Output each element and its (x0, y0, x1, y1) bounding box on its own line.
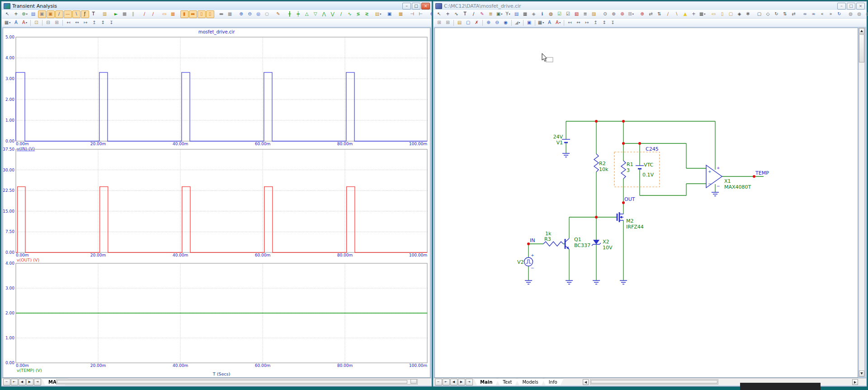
cross-button[interactable]: + (690, 10, 698, 18)
r3-name-label[interactable]: R3 (544, 236, 551, 242)
find-button[interactable]: ∞ (801, 10, 809, 18)
pan-button[interactable]: + (444, 10, 452, 18)
title-bar[interactable]: C:\MC12\DATA\mosfet_drive.cir – □ × (434, 2, 866, 10)
warn-button[interactable]: ▲ (681, 10, 689, 18)
vertical-scrollbar[interactable] (859, 28, 865, 377)
grid-button[interactable]: ▦▾ (698, 10, 707, 18)
text-button[interactable]: T (90, 10, 98, 18)
folder-button[interactable]: ▤ (456, 19, 464, 27)
erase-button[interactable]: ◢▾ (514, 19, 522, 27)
find-file-button[interactable]: ∞ (810, 10, 818, 18)
scrollbar-thumb[interactable] (591, 380, 717, 384)
font-button[interactable]: A (546, 19, 554, 27)
zoom-out-button[interactable]: ⊖ (493, 19, 501, 27)
top-button[interactable]: ⋀ (320, 10, 328, 18)
sel-ell-button[interactable]: ◇ (764, 10, 772, 18)
align-middle-button[interactable]: ↕ (600, 19, 609, 27)
slope-button[interactable]: ∕ (337, 10, 345, 18)
frame-grid-button[interactable]: ▦ (169, 10, 177, 18)
plot-canvas[interactable]: 5.004.003.002.001.000.000.00m20.00m40.00… (3, 28, 431, 379)
annotate-button[interactable]: ⊚▾ (21, 10, 29, 18)
flip-v-button[interactable]: ⇅ (781, 10, 789, 18)
valley-button[interactable]: ▽ (311, 10, 320, 18)
page-button[interactable]: ▢ (727, 10, 735, 18)
trace-label[interactable]: v(OUT) (V) (17, 257, 39, 262)
stack-button[interactable]: ⊞▾ (627, 10, 635, 18)
align-center-button[interactable]: ↔ (73, 19, 81, 27)
scroll-down-button[interactable] (859, 371, 864, 376)
align-middle-button[interactable]: ↕ (99, 19, 107, 27)
photo-bw-button[interactable]: ▣ (38, 10, 46, 18)
v1-name-label[interactable]: V1 (556, 140, 563, 146)
hscroll-left-button[interactable] (583, 379, 589, 385)
cond-arrows-button[interactable]: ⇅ (656, 10, 664, 18)
x2-name-label[interactable]: X2 (603, 239, 609, 245)
node-n-button[interactable]: ⊙ (601, 10, 609, 18)
span-b-button[interactable]: ≷ (363, 10, 371, 18)
vtc-value-label[interactable]: 0.1V (642, 172, 654, 178)
pin-button[interactable]: Y▾ (504, 10, 512, 18)
paste-b-button[interactable]: ⊞ (444, 19, 452, 27)
help-b-button[interactable]: ◍ (855, 10, 863, 18)
wire-net[interactable] (528, 121, 764, 281)
minimize-button[interactable]: – (402, 3, 411, 10)
tab-scroll-button-4[interactable]: ⇥ (466, 379, 473, 385)
tab-scroll-button-1[interactable]: ⇤ (443, 379, 450, 385)
display-button[interactable]: ▣ (386, 10, 394, 18)
vtc-name-label[interactable]: VTC (644, 162, 654, 168)
pic-button[interactable]: ⊡ (33, 19, 41, 27)
copy-b-button[interactable]: ⊞ (53, 19, 61, 27)
align-center-button[interactable]: ↔ (575, 19, 583, 27)
horizontal-scrollbar[interactable] (590, 379, 718, 385)
ground-symbols[interactable] (525, 153, 719, 284)
paste-a-button[interactable]: ⊞ (435, 19, 443, 27)
info-button[interactable]: ℹ (538, 10, 547, 18)
zoom-box-button[interactable]: ◎ (255, 10, 263, 18)
v1-value-label[interactable]: 24V (553, 134, 563, 140)
slope-b-button[interactable]: ∖ (673, 10, 681, 18)
list-button[interactable]: ≣ (581, 10, 590, 18)
bus-button[interactable]: ≣ (487, 10, 495, 18)
cursor-b-button[interactable]: ┿ (294, 10, 302, 18)
doc-button[interactable]: ▤ (513, 10, 521, 18)
sel-box-button[interactable]: ▢ (755, 10, 764, 18)
align-bottom-button[interactable]: ↧ (609, 19, 617, 27)
graphics-button[interactable]: ✎ (478, 10, 486, 18)
help-a-button[interactable]: ◍ (847, 10, 855, 18)
zoom-in-button[interactable]: ⊕ (485, 19, 493, 27)
v1-battery-symbol[interactable] (562, 139, 570, 143)
panel-b-button[interactable]: ▬ (189, 10, 197, 18)
tab-scroll-button-1[interactable]: ⇤ (11, 379, 18, 385)
panel-d-button[interactable]: ▯ (206, 10, 214, 18)
line-button[interactable]: ∕ (470, 10, 478, 18)
meter-button[interactable]: ◍ (547, 10, 555, 18)
node-i-button[interactable]: ⊛ (618, 10, 627, 18)
led-button[interactable]: ☑ (556, 10, 564, 18)
r1-resistor-symbol[interactable] (621, 161, 626, 179)
del-doc-button[interactable]: ✗ (473, 19, 481, 27)
align-top-button[interactable]: ↥ (90, 19, 99, 27)
close-button[interactable]: × (856, 3, 865, 10)
grid-dd-button[interactable]: ▦▾ (537, 19, 545, 27)
panel-c-button[interactable]: ▯ (198, 10, 206, 18)
photo-color-button[interactable]: ▣ (47, 10, 55, 18)
q1-name-label[interactable]: Q1 (574, 237, 581, 243)
fx-button[interactable]: ƒ (81, 10, 89, 18)
next-button[interactable]: » (827, 10, 835, 18)
help-c-button[interactable]: ◍ (864, 10, 868, 18)
temp-node-label[interactable]: TEMP (755, 170, 769, 176)
chart-r-button[interactable]: ▧ (573, 10, 581, 18)
copy-a-button[interactable]: ⊟ (44, 19, 52, 27)
trace-vinv[interactable] (16, 72, 427, 141)
trace-label[interactable]: v(IN) (V) (17, 146, 35, 151)
slope-a-button[interactable]: ∕ (664, 10, 672, 18)
nav-button[interactable]: ◈ (736, 10, 744, 18)
panel-a-button[interactable]: ▮ (180, 10, 189, 18)
sheet-button[interactable]: ▯ (718, 10, 726, 18)
curve-flat-button[interactable]: — (64, 10, 72, 18)
select-button[interactable]: ↖ (435, 10, 443, 18)
c245-name-label[interactable]: C245 (646, 146, 659, 152)
r1-value-label[interactable]: 3 (627, 167, 630, 173)
prev-button[interactable]: « (818, 10, 826, 18)
tab-scroll-button-2[interactable]: ◀ (19, 379, 26, 385)
